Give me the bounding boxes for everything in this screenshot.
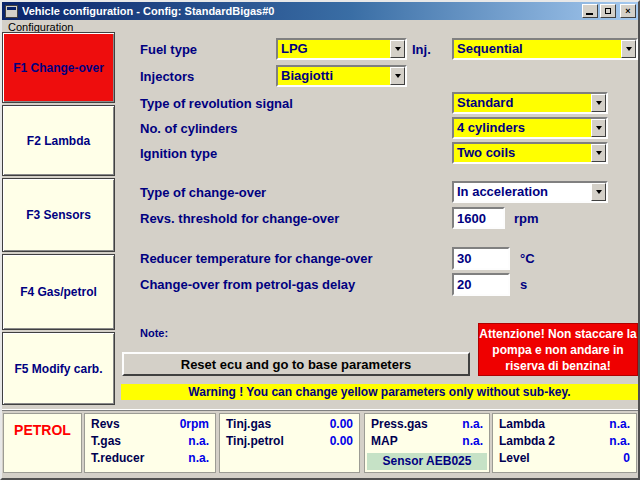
revs-label: Revs [91, 417, 120, 432]
injectors-dropdown-button[interactable] [390, 67, 405, 85]
status-row: Revs0rpm [85, 416, 215, 433]
revs-threshold-unit: rpm [514, 211, 539, 226]
sidebar-button-f3-sensors[interactable]: F3 Sensors [2, 178, 115, 252]
sidebar-button-f1-change-over[interactable]: F1 Change-over [2, 32, 115, 103]
map-label: MAP [371, 434, 398, 449]
app-icon [5, 5, 18, 18]
minimize-button[interactable] [582, 4, 598, 18]
fuel-type-select[interactable]: LPG [276, 38, 407, 60]
inj-value: Sequential [454, 40, 621, 58]
treducer-value: n.a. [188, 451, 209, 466]
revs-value: 0rpm [180, 417, 209, 432]
inj-dropdown-button[interactable] [621, 40, 636, 58]
lambda-label: Lambda [499, 417, 545, 432]
press-gas-value: n.a. [462, 417, 483, 432]
petrol-gas-delay-input[interactable] [452, 273, 510, 296]
attention-warning-box: Attenzione! Non staccare la pompa e non … [478, 323, 638, 376]
status-row: MAPn.a. [365, 433, 489, 450]
petrol-gas-delay-unit: s [520, 277, 527, 292]
minimize-icon [586, 13, 593, 15]
status-row: Lambda 2n.a. [493, 433, 636, 450]
close-button[interactable]: × [620, 4, 636, 18]
chevron-down-icon [596, 190, 602, 194]
revolution-signal-value: Standard [454, 94, 591, 112]
fuel-mode-indicator: PETROL [3, 413, 82, 473]
chevron-down-icon [395, 74, 401, 78]
changeover-type-value: In acceleration [454, 183, 591, 201]
revolution-signal-label: Type of revolution signal [140, 96, 293, 111]
lambda2-value: n.a. [609, 434, 630, 449]
status-row: Level0 [493, 450, 636, 467]
tinj-gas-value: 0.00 [330, 417, 353, 432]
status-row: T.gasn.a. [85, 433, 215, 450]
ignition-type-dropdown-button[interactable] [591, 144, 606, 162]
revolution-signal-select[interactable]: Standard [452, 92, 608, 114]
level-value: 0 [623, 451, 630, 466]
lambda-value: n.a. [609, 417, 630, 432]
ignition-type-value: Two coils [454, 144, 591, 162]
tinj-petrol-value: 0.00 [330, 434, 353, 449]
status-cell-injection: Tinj.gas0.00 Tinj.petrol0.00 [219, 413, 360, 473]
tgas-label: T.gas [91, 434, 121, 449]
cylinders-label: No. of cylinders [140, 121, 238, 136]
sensor-badge: Sensor AEB025 [367, 453, 487, 470]
close-icon: × [625, 6, 630, 16]
injectors-select[interactable]: Biagiotti [276, 65, 407, 87]
level-label: Level [499, 451, 530, 466]
reducer-temp-unit: °C [520, 251, 535, 266]
reset-ecu-button[interactable]: Reset ecu and go to base parameters [122, 352, 470, 376]
sidebar-button-f5-modify-carb[interactable]: F5 Modify carb. [2, 332, 115, 405]
status-row: T.reducern.a. [85, 450, 215, 467]
injectors-value: Biagiotti [278, 67, 390, 85]
press-gas-label: Press.gas [371, 417, 428, 432]
tinj-petrol-label: Tinj.petrol [226, 434, 284, 449]
changeover-type-dropdown-button[interactable] [591, 183, 606, 201]
status-row: Lambdan.a. [493, 416, 636, 433]
status-cell-pressure: Press.gasn.a. MAPn.a. Sensor AEB025 [364, 413, 490, 473]
revolution-signal-dropdown-button[interactable] [591, 94, 606, 112]
status-cell-lambda: Lambdan.a. Lambda 2n.a. Level0 [492, 413, 637, 473]
reducer-temp-input[interactable] [452, 247, 510, 270]
cylinders-select[interactable]: 4 cylinders [452, 117, 608, 139]
status-row: Press.gasn.a. [365, 416, 489, 433]
window-title: Vehicle configuration - Config: Standard… [22, 5, 580, 17]
revs-threshold-label: Revs. threshold for change-over [140, 211, 339, 226]
status-row: Tinj.gas0.00 [220, 416, 359, 433]
restore-icon [605, 8, 611, 14]
treducer-label: T.reducer [91, 451, 144, 466]
changeover-type-select[interactable]: In acceleration [452, 181, 608, 203]
chevron-down-icon [596, 126, 602, 130]
cylinders-value: 4 cylinders [454, 119, 591, 137]
restore-button[interactable] [600, 4, 616, 18]
status-panel-separator [2, 409, 638, 411]
inj-select[interactable]: Sequential [452, 38, 638, 60]
vehicle-configuration-window: Vehicle configuration - Config: Standard… [0, 0, 640, 480]
ignition-type-label: Ignition type [140, 146, 217, 161]
map-value: n.a. [462, 434, 483, 449]
chevron-down-icon [626, 47, 632, 51]
chevron-down-icon [596, 151, 602, 155]
status-row: Tinj.petrol0.00 [220, 433, 359, 450]
title-bar[interactable]: Vehicle configuration - Config: Standard… [2, 2, 638, 20]
revs-threshold-input[interactable] [452, 207, 505, 229]
status-cell-revs: Revs0rpm T.gasn.a. T.reducern.a. [84, 413, 216, 473]
petrol-gas-delay-label: Change-over from petrol-gas delay [140, 277, 355, 292]
changeover-type-label: Type of change-over [140, 185, 266, 200]
fuel-type-value: LPG [278, 40, 390, 58]
fuel-type-dropdown-button[interactable] [390, 40, 405, 58]
chevron-down-icon [596, 101, 602, 105]
injectors-label: Injectors [140, 69, 194, 84]
sidebar-button-f2-lambda[interactable]: F2 Lambda [2, 105, 115, 176]
ignition-type-select[interactable]: Two coils [452, 142, 608, 164]
cylinders-dropdown-button[interactable] [591, 119, 606, 137]
tgas-value: n.a. [188, 434, 209, 449]
fuel-type-label: Fuel type [140, 42, 197, 57]
lambda2-label: Lambda 2 [499, 434, 555, 449]
chevron-down-icon [395, 47, 401, 51]
sidebar-button-f4-gas-petrol[interactable]: F4 Gas/petrol [2, 254, 115, 330]
tinj-gas-label: Tinj.gas [226, 417, 271, 432]
note-label: Note: [140, 327, 168, 339]
yellow-warning-bar: Warning ! You can change yellow paramete… [121, 384, 638, 400]
reducer-temp-label: Reducer temperature for change-over [140, 251, 373, 266]
inj-label: Inj. [412, 42, 431, 57]
